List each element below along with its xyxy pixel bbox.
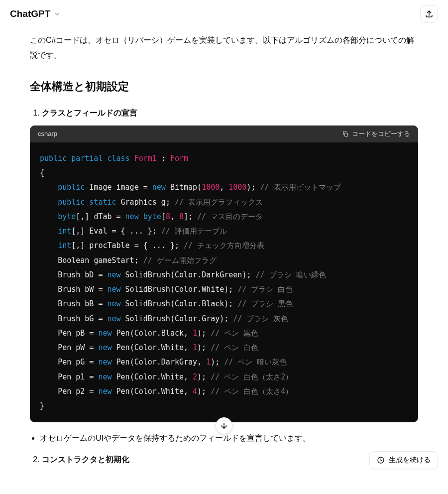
intro-paragraph: このC#コードは、オセロ（リバーシ）ゲームを実装しています。以下はアルゴリズムの… (30, 33, 418, 63)
message-content: このC#コードは、オセロ（リバーシ）ゲームを実装しています。以下はアルゴリズムの… (0, 28, 448, 484)
continue-generating-button[interactable]: 生成を続ける (369, 451, 438, 469)
code-header: csharp コードをコピーする (30, 125, 418, 142)
ordered-list: クラスとフィールドの宣言 csharp コードをコピーする public par… (30, 108, 418, 465)
copy-icon (342, 130, 349, 137)
code-content[interactable]: public partial class Form1 : Form { publ… (30, 142, 418, 423)
share-button[interactable] (420, 5, 438, 23)
continue-label: 生成を続ける (389, 456, 431, 465)
list-item: コンストラクタと初期化 (42, 455, 418, 465)
continue-icon (377, 456, 385, 464)
svg-rect-1 (344, 133, 347, 136)
app-header: ChatGPT (0, 0, 448, 28)
app-title: ChatGPT (10, 8, 50, 19)
chevron-down-icon (53, 10, 61, 18)
copy-code-button[interactable]: コードをコピーする (342, 129, 410, 138)
list-item-title: コンストラクタと初期化 (42, 455, 418, 465)
bullet-item: オセロゲームのUIやデータを保持するためのフィールドを宣言しています。 (40, 431, 418, 446)
code-language-label: csharp (38, 130, 57, 137)
scroll-to-bottom-button[interactable] (216, 417, 232, 434)
upload-icon (425, 9, 434, 18)
section-heading: 全体構造と初期設定 (30, 79, 418, 94)
code-block: csharp コードをコピーする public partial class Fo… (30, 125, 418, 423)
model-selector[interactable]: ChatGPT (10, 8, 61, 19)
list-item: クラスとフィールドの宣言 csharp コードをコピーする public par… (42, 108, 418, 446)
list-item-title: クラスとフィールドの宣言 (42, 108, 418, 119)
copy-code-label: コードをコピーする (352, 129, 410, 138)
arrow-down-icon (220, 421, 228, 430)
